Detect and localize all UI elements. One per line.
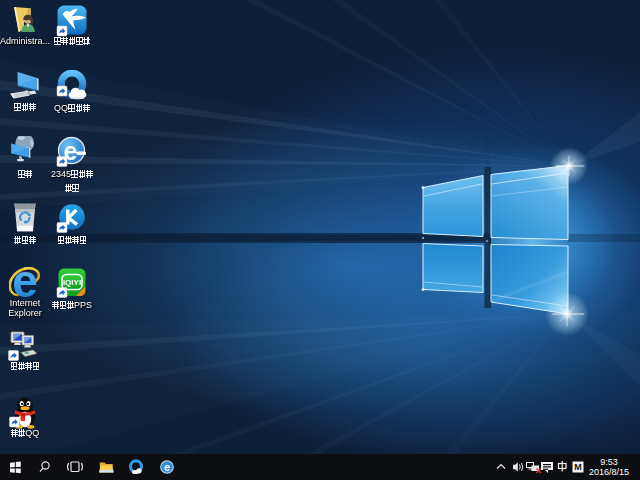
svg-text:iQIYI: iQIYI <box>63 278 81 287</box>
svg-text:M: M <box>574 462 582 472</box>
svg-text:e: e <box>164 461 170 473</box>
